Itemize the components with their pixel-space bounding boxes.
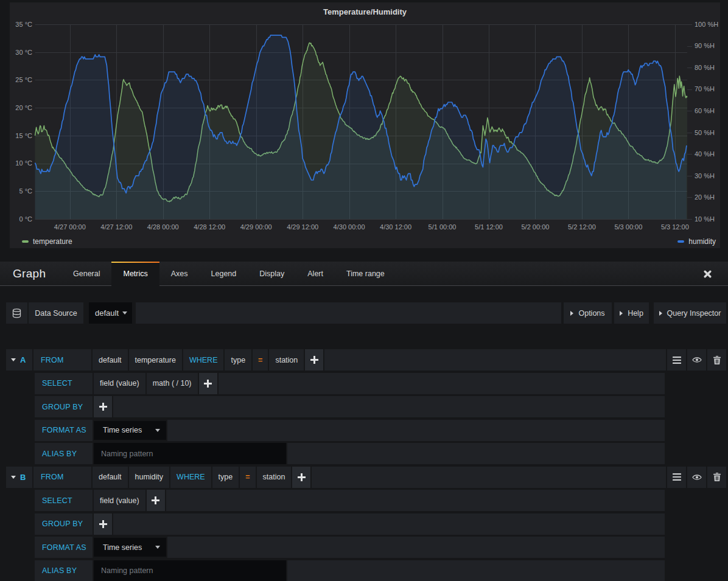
caret-right-icon: [620, 311, 623, 316]
options-button[interactable]: Options: [564, 302, 612, 324]
row-spacer: [167, 537, 665, 558]
query-menu-icon: [673, 473, 681, 481]
y-axis-left-tick-label: 5 °C: [19, 187, 32, 195]
remove-query-button[interactable]: [707, 467, 726, 488]
query-segment-temperature[interactable]: temperature: [129, 349, 182, 371]
add-segment-button[interactable]: [94, 513, 112, 535]
legend-label-humidity[interactable]: humidity: [688, 237, 716, 246]
query-menu-button[interactable]: [667, 467, 686, 488]
query-part-label: FORMAT AS: [35, 537, 93, 558]
query-b-row-alias-by: ALIAS BY: [33, 560, 665, 581]
y-axis-right-tick-label: 20 %H: [695, 193, 715, 201]
add-segment-button[interactable]: [199, 373, 217, 394]
query-segment-default[interactable]: default: [93, 349, 128, 371]
legend-label-temperature[interactable]: temperature: [33, 237, 72, 246]
y-axis-right-tick-label: 60 %H: [695, 107, 715, 114]
tab-metrics[interactable]: Metrics: [111, 262, 159, 287]
row-spacer: [167, 420, 665, 441]
query-segment-field-value[interactable]: field (value): [94, 490, 145, 511]
query-segment-where[interactable]: WHERE: [170, 467, 211, 488]
chevron-down-icon: [122, 311, 127, 315]
y-axis-left-tick-label: 15 °C: [15, 132, 32, 139]
alias-by-input[interactable]: [101, 450, 286, 458]
add-segment-button[interactable]: [94, 396, 112, 417]
y-axis-left-tick-label: 30 °C: [15, 49, 32, 56]
x-axis-tick-label: 4/27 00:00: [54, 223, 86, 231]
alias-by-input-wrap: [94, 560, 286, 581]
x-axis-tick-label: 4/27 12:00: [100, 223, 132, 231]
temperature-series-color-swatch: [22, 240, 29, 243]
format-as-selected-value: Time series: [103, 426, 142, 434]
add-segment-button[interactable]: [305, 349, 323, 371]
y-axis-right-tick-label: 40 %H: [695, 150, 715, 158]
query-segment-humidity[interactable]: humidity: [129, 467, 170, 488]
x-axis-tick-label: 5/2 12:00: [568, 223, 596, 231]
query-part-label: FROM: [33, 349, 91, 371]
query-segment-where[interactable]: WHERE: [183, 349, 224, 371]
x-axis-tick-label: 5/3 12:00: [661, 223, 689, 231]
timeseries-chart[interactable]: 0 °C5 °C10 °C15 °C20 °C25 °C30 °C35 °C10…: [10, 2, 720, 248]
caret-right-icon: [570, 311, 573, 316]
query-part-label: SELECT: [35, 490, 93, 511]
query-b-row-select: SELECTfield (value): [33, 490, 665, 511]
query-part-label: FROM: [33, 467, 91, 488]
query-inspector-button-label: Query Inspector: [667, 309, 721, 318]
query-segment-type[interactable]: type: [212, 467, 239, 488]
query-segment-station[interactable]: station: [257, 467, 292, 488]
alias-by-input[interactable]: [101, 566, 286, 575]
y-axis-left-tick-label: 10 °C: [15, 159, 32, 167]
y-axis-right-tick-label: 80 %H: [695, 64, 715, 71]
legend-item-humidity[interactable]: humidity: [677, 237, 716, 246]
query-part-label: FORMAT AS: [35, 420, 93, 441]
toggle-visibility-eye-icon: [692, 474, 702, 481]
query-b-collapse-toggle[interactable]: B: [6, 467, 32, 488]
toggle-query-visibility-button[interactable]: [687, 467, 706, 488]
query-a-row-select: SELECTfield (value)math ( / 10): [33, 373, 665, 394]
query-b-row-group-by: GROUP BY: [33, 513, 665, 535]
query-part-label: ALIAS BY: [35, 443, 93, 464]
query-segment-math-10[interactable]: math ( / 10): [147, 373, 198, 394]
tab-general[interactable]: General: [61, 262, 111, 286]
close-editor-button[interactable]: [699, 262, 716, 286]
x-axis-tick-label: 4/28 00:00: [147, 223, 179, 231]
y-axis-right-tick-label: 100 %H: [695, 21, 718, 28]
help-button[interactable]: Help: [614, 302, 649, 324]
query-a-collapse-toggle[interactable]: A: [6, 349, 32, 371]
chevron-down-icon: [155, 546, 160, 549]
datasource-select[interactable]: default: [89, 302, 132, 324]
row-spacer: [219, 373, 665, 394]
tab-display[interactable]: Display: [248, 262, 296, 286]
query-menu-button[interactable]: [667, 349, 686, 371]
y-axis-left-tick-label: 35 °C: [15, 21, 32, 28]
query-inspector-button[interactable]: Query Inspector: [654, 302, 726, 324]
y-axis-right-tick-label: 50 %H: [695, 129, 715, 136]
add-segment-button[interactable]: [147, 490, 165, 511]
remove-query-button[interactable]: [707, 349, 726, 371]
query-part-label: GROUP BY: [35, 513, 93, 535]
query-menu-icon: [673, 357, 681, 364]
query-segment-type[interactable]: type: [225, 349, 251, 371]
query-segment-station[interactable]: station: [269, 349, 304, 371]
alias-by-input-wrap: [94, 443, 286, 464]
legend-item-temperature[interactable]: temperature: [22, 237, 72, 246]
query-segment-field-value[interactable]: field (value): [94, 373, 145, 394]
query-segment-[interactable]: =: [240, 467, 255, 488]
y-axis-left-tick-label: 20 °C: [15, 104, 32, 111]
row-spacer: [287, 560, 665, 581]
x-axis-tick-label: 5/3 00:00: [614, 223, 642, 231]
format-as-select[interactable]: Time series: [94, 421, 166, 440]
x-axis-tick-label: 4/28 12:00: [194, 223, 225, 231]
close-icon: [704, 270, 712, 278]
format-as-select[interactable]: Time series: [94, 538, 166, 557]
query-segment-[interactable]: =: [253, 349, 268, 371]
collapse-caret-icon: [11, 358, 16, 361]
row-spacer: [287, 443, 665, 464]
query-segment-default[interactable]: default: [93, 467, 128, 488]
tab-time-range[interactable]: Time range: [335, 262, 396, 286]
tab-alert[interactable]: Alert: [296, 262, 335, 286]
tab-axes[interactable]: Axes: [159, 262, 200, 286]
add-segment-button[interactable]: [292, 467, 310, 488]
query-part-label: GROUP BY: [35, 396, 93, 417]
toggle-query-visibility-button[interactable]: [687, 349, 706, 371]
tab-legend[interactable]: Legend: [200, 262, 248, 286]
